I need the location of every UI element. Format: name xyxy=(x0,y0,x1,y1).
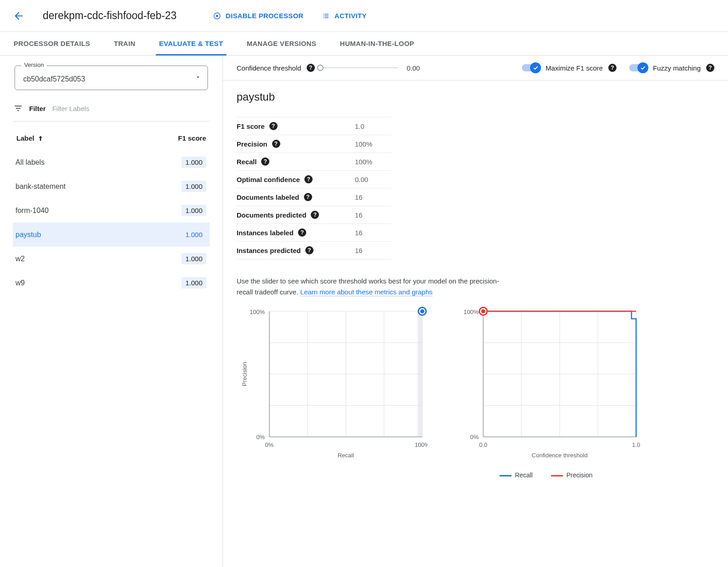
metric-label: Precision ? xyxy=(237,140,337,148)
confidence-threshold-chart: 100%0%0.01.0Confidence threshold Recall … xyxy=(450,305,642,479)
svg-text:100%: 100% xyxy=(464,309,479,315)
col-f1[interactable]: F1 score xyxy=(178,134,206,142)
check-icon xyxy=(640,65,646,71)
f1-score-value: 1.000 xyxy=(182,253,206,264)
maximize-f1-toggle[interactable] xyxy=(522,64,540,71)
metric-row: Precision ?100% xyxy=(237,135,391,152)
fuzzy-matching-group: Fuzzy matching ? xyxy=(629,64,714,72)
label-row-w9[interactable]: w91.000 xyxy=(13,271,210,295)
tab-human-in-the-loop[interactable]: HUMAN-IN-THE-LOOP xyxy=(340,32,414,55)
tab-train[interactable]: TRAIN xyxy=(114,32,135,55)
help-icon[interactable]: ? xyxy=(261,157,269,166)
label-text: All labels xyxy=(15,158,45,167)
help-icon[interactable]: ? xyxy=(304,175,313,183)
detail-panel: paystub F1 score ?1.0Precision ?100%Reca… xyxy=(223,81,728,489)
metric-label: Documents labeled ? xyxy=(237,193,337,201)
svg-text:1.0: 1.0 xyxy=(632,441,640,448)
check-icon xyxy=(532,65,539,71)
f1-score-value: 1.000 xyxy=(182,157,206,168)
fuzzy-matching-toggle[interactable] xyxy=(629,64,647,71)
f1-score-value: 1.000 xyxy=(182,181,206,192)
tab-processor-details[interactable]: PROCESSOR DETAILS xyxy=(14,32,90,55)
filter-icon xyxy=(14,104,23,113)
processor-title: derekpm-cdc-fishfood-feb-23 xyxy=(43,10,177,22)
metric-label: Recall ? xyxy=(237,157,337,166)
metric-value: 100% xyxy=(337,140,372,148)
metric-label: Optimal confidence ? xyxy=(237,175,337,183)
sort-up-icon xyxy=(37,135,44,142)
label-text: paystub xyxy=(15,231,41,239)
svg-text:100%: 100% xyxy=(415,441,428,448)
maximize-f1-label: Maximize F1 score xyxy=(546,64,603,72)
metric-row: F1 score ?1.0 xyxy=(237,117,391,135)
fuzzy-matching-label: Fuzzy matching xyxy=(653,64,701,72)
confidence-threshold-label: Confidence threshold xyxy=(237,64,301,72)
header: derekpm-cdc-fishfood-feb-23 DISABLE PROC… xyxy=(0,0,728,32)
confidence-threshold-slider[interactable] xyxy=(320,67,398,68)
svg-text:0%: 0% xyxy=(265,441,274,448)
f1-score-value: 1.000 xyxy=(182,229,206,240)
metric-row: Recall ?100% xyxy=(237,152,391,170)
metric-value: 16 xyxy=(337,211,363,219)
help-icon[interactable]: ? xyxy=(311,211,319,219)
metric-label: F1 score ? xyxy=(237,122,337,130)
f1-score-value: 1.000 xyxy=(182,277,206,289)
metric-value: 16 xyxy=(337,193,363,201)
maximize-f1-group: Maximize F1 score ? xyxy=(522,64,617,72)
label-row-paystub[interactable]: paystub1.000 xyxy=(13,223,210,247)
tabs: PROCESSOR DETAILS TRAIN EVALUATE & TEST … xyxy=(0,32,728,56)
tab-evaluate-test[interactable]: EVALUATE & TEST xyxy=(159,32,223,55)
version-select[interactable]: Version cb50dcaf5725d053 xyxy=(15,66,208,90)
help-icon[interactable]: ? xyxy=(269,122,278,130)
confidence-threshold-value: 0.00 xyxy=(407,64,420,72)
controls-bar: Confidence threshold ? 0.00 Maximize F1 … xyxy=(223,56,728,81)
help-icon[interactable]: ? xyxy=(608,64,617,72)
learn-more-link[interactable]: Learn more about these metrics and graph… xyxy=(300,288,433,296)
f1-score-value: 1.000 xyxy=(182,205,206,216)
label-row-bank-statement[interactable]: bank-statement1.000 xyxy=(13,174,210,198)
svg-text:100%: 100% xyxy=(250,309,265,315)
activity-button[interactable]: ACTIVITY xyxy=(322,12,367,20)
svg-text:Recall: Recall xyxy=(338,452,354,459)
label-row-All-labels[interactable]: All labels1.000 xyxy=(13,150,210,174)
description: Use the slider to see which score thresh… xyxy=(237,276,500,298)
precision-recall-chart: 100%0%0%100%RecallPrecision xyxy=(237,305,428,479)
disable-processor-button[interactable]: DISABLE PROCESSOR xyxy=(213,12,303,20)
version-label: Version xyxy=(21,61,46,68)
metric-value: 16 xyxy=(337,247,363,254)
metric-label: Documents predicted ? xyxy=(237,211,337,219)
slider-thumb[interactable] xyxy=(317,65,324,71)
filter-label: Filter xyxy=(29,105,46,112)
side-panel: Version cb50dcaf5725d053 Filter Filter L… xyxy=(0,56,223,567)
svg-text:Precision: Precision xyxy=(241,362,248,386)
help-icon[interactable]: ? xyxy=(706,64,714,72)
list-icon xyxy=(322,12,330,20)
confidence-threshold-control: Confidence threshold ? 0.00 xyxy=(237,64,420,72)
detail-title: paystub xyxy=(237,91,714,103)
metric-row: Instances predicted ?16 xyxy=(237,241,391,259)
help-icon[interactable]: ? xyxy=(305,246,313,254)
help-icon[interactable]: ? xyxy=(304,193,312,201)
metric-row: Instances labeled ?16 xyxy=(237,223,391,241)
metrics-list: F1 score ?1.0Precision ?100%Recall ?100%… xyxy=(237,117,391,259)
help-icon[interactable]: ? xyxy=(307,64,315,72)
svg-text:0%: 0% xyxy=(256,434,265,440)
svg-point-14 xyxy=(420,309,425,314)
stop-icon xyxy=(213,12,221,20)
filter-row[interactable]: Filter Filter Labels xyxy=(13,101,210,122)
svg-text:0.0: 0.0 xyxy=(479,441,487,448)
label-row-w2[interactable]: w21.000 xyxy=(13,247,210,271)
tab-manage-versions[interactable]: MANAGE VERSIONS xyxy=(247,32,316,55)
metric-value: 100% xyxy=(337,158,372,166)
chart-legend: Recall Precision xyxy=(450,471,642,479)
dropdown-arrow-icon xyxy=(195,74,201,82)
help-icon[interactable]: ? xyxy=(272,140,280,148)
label-text: w2 xyxy=(15,255,25,263)
help-icon[interactable]: ? xyxy=(298,228,306,237)
back-arrow-icon[interactable] xyxy=(13,10,25,22)
col-label[interactable]: Label xyxy=(16,134,44,142)
svg-point-34 xyxy=(481,309,485,314)
metric-label: Instances labeled ? xyxy=(237,228,337,237)
label-row-form-1040[interactable]: form-10401.000 xyxy=(13,198,210,223)
table-header: Label F1 score xyxy=(13,123,210,150)
